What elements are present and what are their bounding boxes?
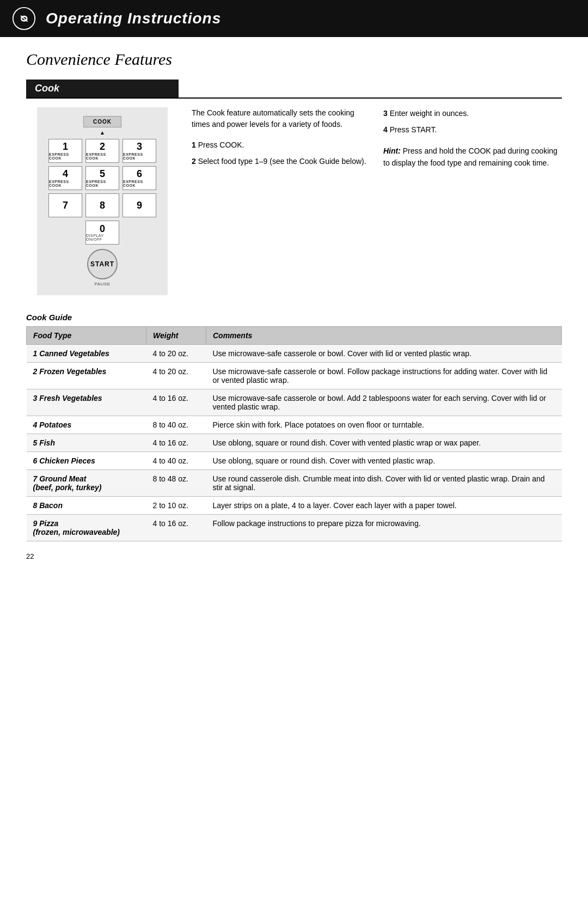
page-header: ᴓ Operating Instructions	[0, 0, 588, 37]
col-comments: Comments	[206, 327, 562, 345]
cook-description: The Cook feature automatically sets the …	[192, 107, 370, 130]
table-row: 3 Fresh Vegetables4 to 16 oz.Use microwa…	[27, 389, 562, 416]
comments-cell: Use microwave-safe casserole or bowl. Ad…	[206, 389, 562, 416]
page-number: 22	[26, 552, 562, 560]
keypad-row-1: 1 EXPRESS COOK 2 EXPRESS COOK 3 EXPRESS …	[46, 139, 159, 163]
table-row: 9 Pizza(frozen, microwaveable)4 to 16 oz…	[27, 515, 562, 541]
col-food-type: Food Type	[27, 327, 146, 345]
food-type-cell: 8 Bacon	[27, 497, 146, 515]
cook-steps: 1 Press COOK. 2 Select food type 1–9 (se…	[192, 139, 370, 168]
col-weight: Weight	[146, 327, 206, 345]
keypad-diagram: COOK ▲ 1 EXPRESS COOK 2 EXPRESS COOK 3	[37, 107, 168, 295]
weight-cell: 4 to 20 oz.	[146, 363, 206, 389]
step-1: 1 Press COOK.	[192, 139, 370, 151]
key-1: 1 EXPRESS COOK	[48, 139, 82, 163]
food-type-cell: 7 Ground Meat(beef, pork, turkey)	[27, 470, 146, 497]
page-header-title: Operating Instructions	[46, 10, 221, 27]
page-content: Convenience Features Cook COOK ▲ 1 EXPRE…	[0, 37, 588, 582]
table-row: 6 Chicken Pieces4 to 40 oz.Use oblong, s…	[27, 452, 562, 470]
key-2: 2 EXPRESS COOK	[85, 139, 119, 163]
food-type-cell: 2 Frozen Vegetables	[27, 363, 146, 389]
weight-cell: 8 to 40 oz.	[146, 416, 206, 434]
key-0: 0 DISPLAY ON/OFF	[85, 221, 119, 245]
key-9: 9	[122, 193, 156, 217]
cook-steps-right-column: 3 Enter weight in ounces. 4 Press START.…	[383, 107, 562, 295]
step-4: 4 Press START.	[383, 124, 562, 136]
table-row: 4 Potatoes8 to 40 oz.Pierce skin with fo…	[27, 416, 562, 434]
food-type-cell: 9 Pizza(frozen, microwaveable)	[27, 515, 146, 541]
comments-cell: Pierce skin with fork. Place potatoes on…	[206, 416, 562, 434]
table-row: 8 Bacon2 to 10 oz.Layer strips on a plat…	[27, 497, 562, 515]
comments-cell: Use microwave-safe casserole or bowl. Co…	[206, 345, 562, 363]
cook-description-column: The Cook feature automatically sets the …	[192, 107, 370, 295]
comments-cell: Use oblong, square or round dish. Cover …	[206, 434, 562, 452]
table-row: 7 Ground Meat(beef, pork, turkey)8 to 48…	[27, 470, 562, 497]
weight-cell: 4 to 20 oz.	[146, 345, 206, 363]
cook-section-header: Cook	[26, 80, 179, 97]
key-5: 5 EXPRESS COOK	[85, 166, 119, 190]
comments-cell: Use oblong, square or round dish. Cover …	[206, 452, 562, 470]
key-4: 4 EXPRESS COOK	[48, 166, 82, 190]
food-type-cell: 3 Fresh Vegetables	[27, 389, 146, 416]
svg-text:ᴓ: ᴓ	[20, 12, 28, 24]
food-type-cell: 1 Canned Vegetables	[27, 345, 146, 363]
key-7: 7	[48, 193, 82, 217]
cook-steps-right: 3 Enter weight in ounces. 4 Press START.…	[383, 107, 562, 169]
food-type-cell: 6 Chicken Pieces	[27, 452, 146, 470]
table-row: 5 Fish4 to 16 oz.Use oblong, square or r…	[27, 434, 562, 452]
key-6: 6 EXPRESS COOK	[122, 166, 156, 190]
brand-logo: ᴓ	[11, 5, 37, 32]
keypad-row-3: 7 8 9	[46, 193, 159, 217]
keypad-arrow: ▲	[46, 130, 159, 136]
key-8: 8	[85, 193, 119, 217]
hint-text: Hint: Press and hold the COOK pad during…	[383, 145, 562, 169]
weight-cell: 8 to 48 oz.	[146, 470, 206, 497]
step-3: 3 Enter weight in ounces.	[383, 107, 562, 119]
weight-cell: 4 to 16 oz.	[146, 434, 206, 452]
pause-label: PAUSE	[46, 282, 159, 286]
cook-guide-table: Food Type Weight Comments 1 Canned Veget…	[26, 326, 562, 541]
comments-cell: Layer strips on a plate, 4 to a layer. C…	[206, 497, 562, 515]
keypad-row-2: 4 EXPRESS COOK 5 EXPRESS COOK 6 EXPRESS …	[46, 166, 159, 190]
cook-guide-title: Cook Guide	[26, 313, 562, 322]
hint-content: Press and hold the COOK pad during cooki…	[383, 147, 558, 167]
weight-cell: 4 to 16 oz.	[146, 515, 206, 541]
comments-cell: Use round casserole dish. Crumble meat i…	[206, 470, 562, 497]
cook-section: COOK ▲ 1 EXPRESS COOK 2 EXPRESS COOK 3	[26, 97, 562, 295]
step-2: 2 Select food type 1–9 (see the Cook Gui…	[192, 155, 370, 167]
section-title: Convenience Features	[26, 50, 562, 69]
weight-cell: 4 to 16 oz.	[146, 389, 206, 416]
weight-cell: 4 to 40 oz.	[146, 452, 206, 470]
cook-button: COOK	[83, 116, 121, 127]
weight-cell: 2 to 10 oz.	[146, 497, 206, 515]
start-button: START	[87, 249, 118, 279]
comments-cell: Use microwave-safe casserole or bowl. Fo…	[206, 363, 562, 389]
table-header-row: Food Type Weight Comments	[27, 327, 562, 345]
keypad-diagram-container: COOK ▲ 1 EXPRESS COOK 2 EXPRESS COOK 3	[26, 107, 179, 295]
cook-button-label: COOK	[93, 119, 112, 125]
keypad-row-zero: 0 DISPLAY ON/OFF	[46, 221, 159, 245]
table-row: 2 Frozen Vegetables4 to 20 oz.Use microw…	[27, 363, 562, 389]
food-type-cell: 4 Potatoes	[27, 416, 146, 434]
comments-cell: Follow package instructions to prepare p…	[206, 515, 562, 541]
hint-label: Hint:	[383, 147, 401, 155]
key-3: 3 EXPRESS COOK	[122, 139, 156, 163]
food-type-cell: 5 Fish	[27, 434, 146, 452]
start-button-label: START	[90, 260, 114, 268]
table-row: 1 Canned Vegetables4 to 20 oz.Use microw…	[27, 345, 562, 363]
